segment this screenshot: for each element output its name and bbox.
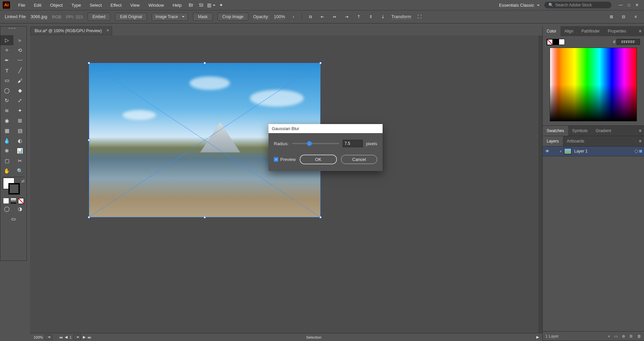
maximize-button[interactable]: □ (628, 3, 630, 7)
panel-menu-icon[interactable]: ≡ (632, 13, 639, 20)
embed-button[interactable]: Embed (88, 13, 110, 21)
tab-pathfinder[interactable]: Pathfinder (577, 26, 604, 36)
linked-filename[interactable]: 3066.jpg (31, 14, 47, 19)
ok-button[interactable]: OK (300, 155, 337, 164)
symbol-sprayer-tool[interactable]: ❋ (0, 146, 13, 156)
slider-thumb[interactable] (307, 141, 312, 146)
tab-swatches[interactable]: Swatches (543, 126, 568, 136)
disclosure-icon[interactable]: › (560, 149, 561, 154)
curvature-tool[interactable]: 〰 (13, 55, 27, 65)
artboard-tool[interactable]: ▢ (0, 156, 13, 166)
fill-stroke-control[interactable]: ⇄ (3, 178, 27, 198)
width-tool[interactable]: ≋ (0, 106, 13, 116)
shape-builder-tool[interactable]: ◉ (0, 116, 13, 126)
target-icon[interactable] (635, 150, 638, 153)
panel-toggle-icon[interactable]: ⊞ (608, 13, 615, 20)
draw-behind-icon[interactable]: ◑ (13, 204, 27, 214)
menu-effect[interactable]: Effect (106, 1, 126, 9)
menu-window[interactable]: Window (144, 1, 168, 9)
menu-edit[interactable]: Edit (30, 1, 45, 9)
isolate-icon[interactable]: ⛶ (416, 13, 423, 20)
rotate-tool[interactable]: ↻ (0, 96, 13, 106)
hex-input[interactable] (616, 39, 640, 45)
menu-view[interactable]: View (126, 1, 144, 9)
align-hcenter-icon[interactable]: ⇔ (331, 13, 338, 20)
perspective-tool[interactable]: ⊞ (13, 116, 27, 126)
arrange-docs-icon[interactable]: ▥ (208, 2, 214, 8)
tab-color[interactable]: Color (543, 26, 560, 36)
radius-slider[interactable] (292, 143, 339, 144)
stroke-swatch[interactable] (8, 183, 20, 194)
direct-selection-tool[interactable]: ▹ (13, 35, 27, 45)
scale-tool[interactable]: ⤢ (13, 96, 27, 106)
artboard-dropdown[interactable] (73, 335, 81, 340)
zoom-dropdown[interactable] (45, 335, 52, 340)
mesh-tool[interactable]: ▦ (0, 126, 13, 136)
align-left-icon[interactable]: ⇤ (319, 13, 326, 20)
panel-menu-icon[interactable]: ≡ (636, 29, 644, 34)
tab-align[interactable]: Align (560, 26, 578, 36)
make-clipping-icon[interactable]: ▭ (614, 334, 618, 339)
align-vcenter-icon[interactable]: ⇕ (367, 13, 375, 20)
image-trace-dropdown[interactable]: Image Trace (152, 13, 188, 21)
dialog-title[interactable]: Gaussian Blur (268, 124, 383, 133)
lasso-tool[interactable]: ⟲ (13, 45, 27, 55)
menu-select[interactable]: Select (86, 1, 106, 9)
cancel-button[interactable]: Cancel (341, 155, 377, 164)
paintbrush-tool[interactable]: 🖌 (13, 75, 27, 86)
hand-tool[interactable]: ✋ (0, 166, 13, 176)
layer-row[interactable]: 👁 › Layer 1 (543, 146, 644, 156)
visibility-icon[interactable]: 👁 (545, 149, 550, 154)
gradient-mode-icon[interactable] (10, 198, 16, 204)
align-right-icon[interactable]: ⇥ (343, 13, 350, 20)
artboard-last-icon[interactable]: ⏭ (88, 335, 91, 339)
slice-tool[interactable]: ✂ (13, 156, 27, 166)
vertical-scrollbar[interactable] (538, 36, 542, 333)
color-spectrum[interactable] (550, 48, 637, 121)
menu-file[interactable]: File (14, 1, 29, 9)
document-tab[interactable]: Blur.ai* @ 100% (RGB/GPU Preview) ✕ (30, 26, 112, 35)
artboard-prev-icon[interactable]: ◀ (65, 335, 67, 339)
blend-tool[interactable]: ◐ (13, 136, 27, 146)
close-tab-icon[interactable]: ✕ (106, 29, 109, 32)
canvas-area[interactable] (30, 36, 542, 333)
tab-gradient[interactable]: Gradient (592, 126, 615, 136)
zoom-value[interactable]: 100% (34, 335, 43, 339)
new-sublayer-icon[interactable]: ⊕ (622, 334, 625, 339)
zoom-tool[interactable]: 🔍 (13, 166, 27, 176)
radius-input[interactable] (343, 140, 363, 147)
stock-icon[interactable]: St (198, 2, 204, 8)
color-mode-icon[interactable] (3, 198, 9, 204)
artboard-first-icon[interactable]: ⏮ (59, 335, 63, 339)
tab-symbols[interactable]: Symbols (568, 126, 592, 136)
swap-fill-stroke-icon[interactable]: ⇄ (21, 179, 24, 183)
line-tool[interactable]: ╱ (13, 65, 27, 75)
gradient-tool[interactable]: ▤ (13, 126, 27, 136)
screen-mode-icon[interactable]: ▭ (0, 214, 27, 224)
tab-artboards[interactable]: Artboards (563, 136, 588, 146)
align-top-icon[interactable]: ⤒ (355, 13, 362, 20)
layer-name[interactable]: Layer 1 (574, 149, 588, 154)
panel-toggle2-icon[interactable]: ⊟ (620, 13, 627, 20)
bridge-icon[interactable]: Br (188, 2, 194, 8)
artboard-next-icon[interactable]: ▶ (83, 335, 86, 339)
align-to-icon[interactable]: ⧉ (307, 13, 314, 20)
rectangle-tool[interactable]: ▭ (0, 75, 13, 86)
locate-object-icon[interactable]: ⌖ (608, 334, 610, 339)
transform-link[interactable]: Transform (391, 14, 411, 19)
minimize-button[interactable]: — (619, 3, 623, 7)
preview-checkbox[interactable]: ✓ Preview (274, 157, 296, 162)
graph-tool[interactable]: 📊 (13, 146, 27, 156)
menu-type[interactable]: Type (67, 1, 85, 9)
magic-wand-tool[interactable]: ✧ (0, 45, 13, 55)
linked-file-label[interactable]: Linked File (5, 14, 26, 19)
opacity-value[interactable]: 100% (274, 14, 285, 19)
fill-stroke-mini[interactable] (547, 39, 565, 45)
pen-tool[interactable]: ✒ (0, 55, 13, 65)
none-mode-icon[interactable] (18, 198, 24, 204)
draw-normal-icon[interactable]: ◯ (0, 204, 13, 214)
panel-menu-icon[interactable]: ≡ (636, 128, 644, 133)
tab-layers[interactable]: Layers (543, 136, 563, 146)
panel-menu-icon[interactable]: ≡ (636, 139, 644, 144)
selection-tool[interactable]: ▷ (0, 35, 13, 45)
